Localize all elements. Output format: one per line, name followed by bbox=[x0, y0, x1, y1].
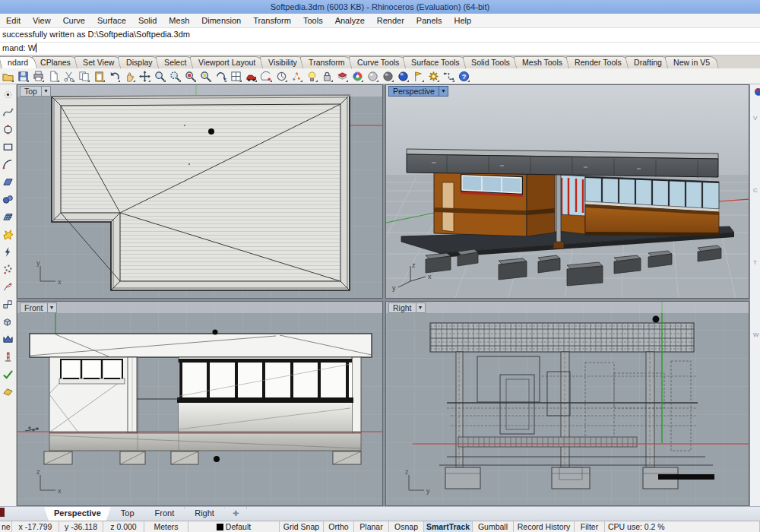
viewport-tab-perspective[interactable]: Perspective bbox=[44, 507, 111, 521]
rectangle-tool-icon[interactable] bbox=[2, 140, 15, 154]
menu-surface[interactable]: Surface bbox=[91, 14, 132, 28]
menu-view[interactable]: View bbox=[27, 14, 57, 28]
menu-curve[interactable]: Curve bbox=[57, 14, 91, 28]
toolbar-tab-ndard[interactable]: ndard bbox=[0, 56, 37, 68]
curve-tool-icon[interactable] bbox=[2, 105, 15, 119]
pan-icon[interactable] bbox=[123, 70, 136, 83]
toolbar-tab-cplanes[interactable]: CPlanes bbox=[31, 56, 80, 68]
viewport-top[interactable]: y x Top ▼ bbox=[17, 84, 383, 299]
explode-icon[interactable] bbox=[2, 227, 15, 241]
solid-box-icon[interactable] bbox=[2, 315, 15, 328]
layer-icon[interactable] bbox=[336, 70, 349, 83]
viewport-tab-top[interactable]: Top bbox=[111, 507, 145, 521]
osnap-points-icon[interactable] bbox=[290, 70, 303, 83]
record-history-toggle[interactable]: Record History bbox=[514, 521, 575, 532]
menu-panels[interactable]: Panels bbox=[410, 14, 448, 28]
loft-icon[interactable] bbox=[2, 332, 15, 346]
zoom-extents-icon[interactable] bbox=[199, 70, 212, 83]
undo-icon[interactable] bbox=[108, 70, 121, 83]
viewport-label-top[interactable]: Top ▼ bbox=[20, 86, 51, 97]
point-cloud-icon[interactable] bbox=[2, 262, 15, 276]
toolbar-tab-render-tools[interactable]: Render Tools bbox=[565, 56, 631, 68]
viewport-label-front[interactable]: Front ▼ bbox=[20, 302, 57, 313]
print-icon[interactable] bbox=[32, 70, 45, 83]
toolbar-tab-display[interactable]: Display bbox=[117, 56, 161, 68]
curve-edit-icon[interactable] bbox=[2, 280, 15, 293]
color-wheel-icon[interactable] bbox=[351, 70, 364, 83]
chevron-down-icon[interactable]: ▼ bbox=[41, 86, 50, 96]
toolbar-tab-new-in-v5[interactable]: New in V5 bbox=[664, 56, 719, 68]
front-view-canvas[interactable]: z x bbox=[17, 302, 383, 506]
viewport-tab-front[interactable]: Front bbox=[145, 507, 185, 521]
measure-icon[interactable] bbox=[260, 70, 273, 83]
chevron-down-icon[interactable]: ▼ bbox=[416, 302, 425, 312]
smarttrack-toggle[interactable]: SmartTrack bbox=[424, 521, 473, 532]
toolbar-tab-solid-tools[interactable]: Solid Tools bbox=[462, 56, 519, 68]
toolbar-tab-visibility[interactable]: Visibility bbox=[259, 56, 306, 68]
toolbar-tab-mesh-tools[interactable]: Mesh Tools bbox=[513, 56, 572, 68]
toolbar-tab-viewport-layout[interactable]: Viewport Layout bbox=[189, 56, 264, 68]
rotate-view-icon[interactable] bbox=[214, 70, 227, 83]
circle-tool-icon[interactable] bbox=[2, 122, 15, 136]
circle-tool-icon[interactable] bbox=[275, 70, 288, 83]
viewport-front[interactable]: z x Front ▼ bbox=[17, 301, 383, 506]
z-coordinate[interactable]: z 0.000 bbox=[103, 521, 144, 532]
gumball-toggle[interactable]: Gumball bbox=[473, 521, 514, 532]
surface-tool-icon[interactable] bbox=[2, 175, 15, 188]
side-panel-sliver[interactable]: VCTW bbox=[749, 84, 760, 506]
open-file-icon[interactable] bbox=[2, 70, 14, 83]
sphere-tool-icon[interactable] bbox=[2, 192, 15, 206]
arc-tool-icon[interactable] bbox=[2, 157, 15, 171]
options-icon[interactable] bbox=[427, 70, 440, 83]
linetype-icon[interactable] bbox=[442, 70, 455, 83]
ortho-toggle[interactable]: Ortho bbox=[324, 521, 354, 532]
planar-toggle[interactable]: Planar bbox=[354, 521, 389, 532]
top-view-canvas[interactable]: y x bbox=[17, 85, 383, 299]
viewport-layout-icon[interactable] bbox=[230, 70, 242, 83]
title-bar[interactable]: Softpedia.3dm (6003 KB) - Rhinoceros (Ev… bbox=[0, 0, 760, 14]
section-pole-icon[interactable] bbox=[2, 350, 15, 363]
menu-dimension[interactable]: Dimension bbox=[195, 14, 247, 28]
copy-icon[interactable] bbox=[78, 70, 90, 83]
y-coordinate[interactable]: y -36.118 bbox=[59, 521, 103, 532]
menu-analyze[interactable]: Analyze bbox=[329, 14, 371, 28]
menu-solid[interactable]: Solid bbox=[132, 14, 163, 28]
zoom-selected-icon[interactable] bbox=[184, 70, 197, 83]
move-icon[interactable] bbox=[138, 70, 151, 83]
menu-edit[interactable]: Edit bbox=[0, 14, 27, 28]
cut-icon[interactable] bbox=[62, 70, 75, 83]
help-icon[interactable]: ? bbox=[458, 70, 470, 83]
cplane-cell[interactable]: ne bbox=[0, 521, 12, 532]
zoom-icon[interactable] bbox=[154, 70, 166, 83]
notes-icon[interactable] bbox=[412, 70, 425, 83]
menu-mesh[interactable]: Mesh bbox=[163, 14, 195, 28]
grid-snap-toggle[interactable]: Grid Snap bbox=[280, 521, 324, 532]
wireframe-sphere-icon[interactable] bbox=[366, 70, 379, 83]
analyze-check-icon[interactable] bbox=[2, 367, 15, 381]
polyline-icon[interactable] bbox=[2, 245, 15, 258]
viewport-right[interactable]: z y Right ▼ bbox=[385, 301, 749, 506]
render-icon[interactable] bbox=[397, 70, 410, 83]
chevron-down-icon[interactable]: ▼ bbox=[439, 86, 448, 96]
toolbar-tab-transform[interactable]: Transform bbox=[299, 56, 353, 68]
menu-transform[interactable]: Transform bbox=[247, 14, 297, 28]
toolbar-tab-set-view[interactable]: Set View bbox=[74, 56, 123, 68]
new-file-icon[interactable] bbox=[47, 70, 60, 83]
x-coordinate[interactable]: x -17.799 bbox=[12, 521, 59, 532]
box-tool-icon[interactable] bbox=[2, 297, 15, 311]
viewport-label-right[interactable]: Right ▼ bbox=[388, 302, 426, 313]
zoom-window-icon[interactable] bbox=[169, 70, 182, 83]
patch-icon[interactable] bbox=[2, 385, 15, 398]
toolbar-tab-surface-tools[interactable]: Surface Tools bbox=[402, 56, 468, 68]
point-tool-icon[interactable] bbox=[2, 87, 15, 101]
shaded-sphere-icon[interactable] bbox=[382, 70, 394, 83]
mesh-surface-icon[interactable] bbox=[2, 210, 15, 223]
units-cell[interactable]: Meters bbox=[144, 521, 188, 532]
menu-render[interactable]: Render bbox=[371, 14, 410, 28]
chevron-down-icon[interactable]: ▼ bbox=[47, 302, 56, 312]
cpu-use-cell[interactable]: CPU use: 0.2 % bbox=[605, 521, 760, 532]
viewport-perspective[interactable]: z x y Perspective ▼ bbox=[385, 84, 749, 299]
viewport-label-perspective[interactable]: Perspective ▼ bbox=[388, 86, 448, 97]
add-viewport-tab[interactable]: ✚ bbox=[225, 507, 247, 521]
toolbar-tab-curve-tools[interactable]: Curve Tools bbox=[348, 56, 408, 68]
